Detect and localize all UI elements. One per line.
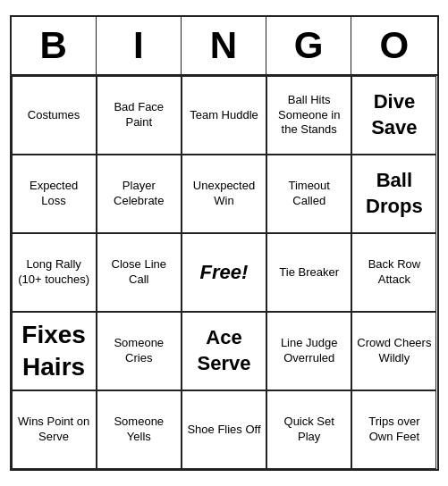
cell-16: Someone Cries <box>97 312 182 390</box>
cell-18: Line Judge Overruled <box>266 312 351 390</box>
cell-13: Tie Breaker <box>266 233 351 312</box>
cell-14: Back Row Attack <box>351 233 436 312</box>
header-letter-O: O <box>351 17 436 74</box>
bingo-header: BINGO <box>12 17 437 76</box>
cell-9: Ball Drops <box>351 155 436 233</box>
header-letter-I: I <box>97 17 182 74</box>
cell-7: Unexpected Win <box>182 155 266 233</box>
cell-21: Someone Yells <box>97 390 182 469</box>
header-letter-B: B <box>12 17 97 74</box>
header-letter-G: G <box>266 17 351 74</box>
header-letter-N: N <box>182 17 266 74</box>
cell-2: Team Huddle <box>182 76 266 155</box>
cell-1: Bad Face Paint <box>97 76 182 155</box>
cell-24: Trips over Own Feet <box>351 390 436 469</box>
cell-5: Expected Loss <box>12 155 97 233</box>
cell-17: Ace Serve <box>182 312 266 390</box>
bingo-grid: CostumesBad Face PaintTeam HuddleBall Hi… <box>12 76 437 469</box>
cell-8: Timeout Called <box>266 155 351 233</box>
cell-11: Close Line Call <box>97 233 182 312</box>
cell-23: Quick Set Play <box>266 390 351 469</box>
bingo-card: BINGO CostumesBad Face PaintTeam HuddleB… <box>10 15 439 471</box>
cell-3: Ball Hits Someone in the Stands <box>266 76 351 155</box>
cell-20: Wins Point on Serve <box>12 390 97 469</box>
cell-0: Costumes <box>12 76 97 155</box>
cell-19: Crowd Cheers Wildly <box>351 312 436 390</box>
cell-22: Shoe Flies Off <box>182 390 266 469</box>
cell-12: Free! <box>182 233 266 312</box>
cell-10: Long Rally (10+ touches) <box>12 233 97 312</box>
cell-15: Fixes Hairs <box>12 312 97 390</box>
cell-6: Player Celebrate <box>97 155 182 233</box>
cell-4: Dive Save <box>351 76 436 155</box>
